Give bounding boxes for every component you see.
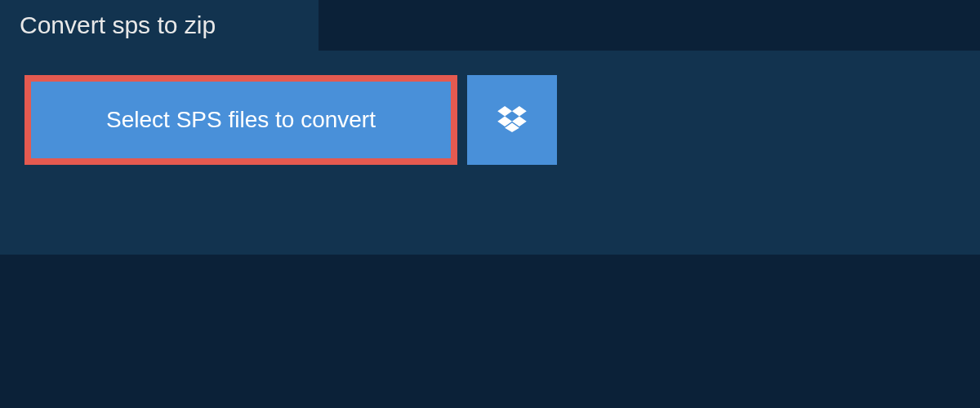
dropbox-button[interactable]	[467, 75, 557, 165]
converter-panel: Convert sps to zip Select SPS files to c…	[0, 51, 980, 255]
tab-title: Convert sps to zip	[20, 11, 216, 39]
select-files-button[interactable]: Select SPS files to convert	[24, 75, 457, 165]
select-files-label: Select SPS files to convert	[106, 107, 376, 133]
actions-row: Select SPS files to convert	[0, 51, 980, 189]
dropbox-icon	[497, 106, 527, 135]
tab-convert[interactable]: Convert sps to zip	[0, 0, 318, 51]
